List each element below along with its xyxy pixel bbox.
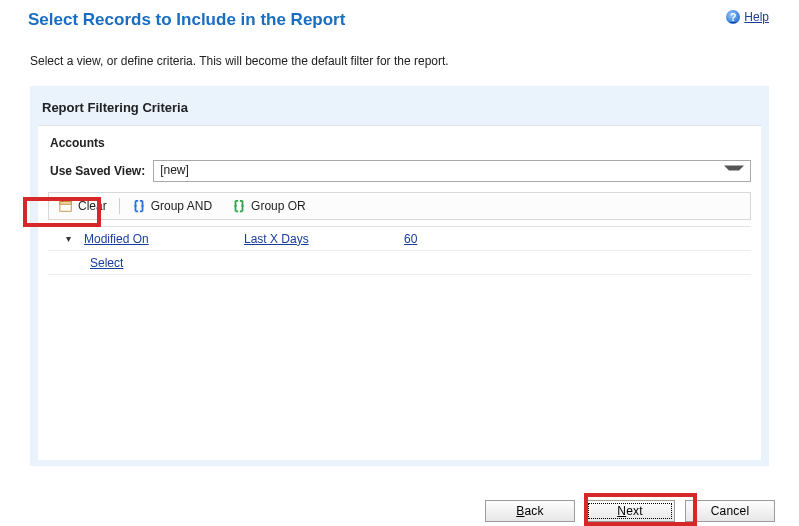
- criteria-row[interactable]: ▾ Modified On Last X Days 60: [48, 227, 751, 251]
- svg-point-3: [141, 205, 143, 207]
- svg-point-5: [241, 205, 243, 207]
- wizard-footer: Back Next Cancel: [485, 500, 775, 522]
- saved-view-label: Use Saved View:: [50, 164, 145, 178]
- group-or-button[interactable]: Group OR: [222, 193, 316, 219]
- saved-view-select[interactable]: [new]: [153, 160, 751, 182]
- panel-body: Accounts Use Saved View: [new]: [38, 125, 761, 460]
- group-and-icon: [132, 199, 146, 213]
- next-button[interactable]: Next: [585, 500, 675, 522]
- cancel-button[interactable]: Cancel: [685, 500, 775, 522]
- help-link[interactable]: ? Help: [726, 10, 769, 24]
- entity-label: Accounts: [48, 134, 751, 160]
- svg-point-4: [234, 205, 236, 207]
- panel-title: Report Filtering Criteria: [38, 94, 761, 125]
- clear-button[interactable]: Clear: [49, 193, 117, 219]
- chevron-down-icon[interactable]: ▾: [66, 233, 78, 244]
- filter-panel: Report Filtering Criteria Accounts Use S…: [30, 86, 769, 466]
- criteria-grid: ▾ Modified On Last X Days 60 Select: [48, 226, 751, 275]
- group-or-label: Group OR: [251, 199, 306, 213]
- saved-view-value: [new]: [160, 163, 189, 177]
- page-description: Select a view, or define criteria. This …: [0, 30, 799, 86]
- clear-icon: [59, 199, 73, 213]
- toolbar-separator: [119, 198, 120, 214]
- criteria-add-row[interactable]: Select: [48, 251, 751, 275]
- group-and-button[interactable]: Group AND: [122, 193, 222, 219]
- clear-label: Clear: [78, 199, 107, 213]
- svg-point-2: [134, 205, 136, 207]
- criteria-toolbar: Clear Group AND: [48, 192, 751, 220]
- criteria-value[interactable]: 60: [404, 232, 417, 246]
- criteria-operator[interactable]: Last X Days: [244, 232, 309, 246]
- back-button[interactable]: Back: [485, 500, 575, 522]
- criteria-field[interactable]: Modified On: [84, 232, 149, 246]
- select-link[interactable]: Select: [90, 256, 123, 270]
- group-or-icon: [232, 199, 246, 213]
- page-title: Select Records to Include in the Report: [28, 10, 345, 30]
- help-label: Help: [744, 10, 769, 24]
- group-and-label: Group AND: [151, 199, 212, 213]
- svg-rect-1: [60, 202, 71, 205]
- help-icon: ?: [726, 10, 740, 24]
